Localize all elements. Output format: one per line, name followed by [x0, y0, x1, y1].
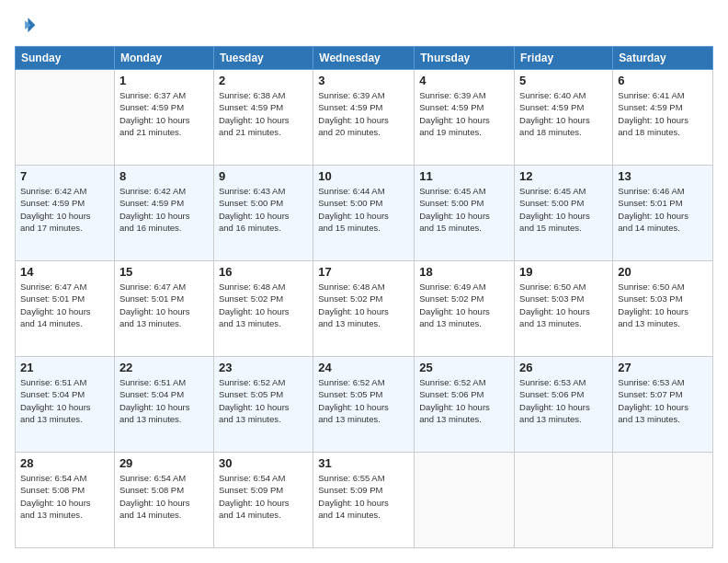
- calendar-cell: 15Sunrise: 6:47 AMSunset: 5:01 PMDayligh…: [114, 261, 213, 357]
- day-number: 19: [519, 265, 608, 279]
- day-info: Sunrise: 6:39 AMSunset: 4:59 PMDaylight:…: [318, 89, 409, 138]
- logo-icon: [15, 15, 37, 37]
- day-number: 12: [519, 169, 608, 183]
- day-number: 4: [419, 74, 509, 87]
- day-number: 24: [318, 361, 409, 374]
- calendar-cell: 27Sunrise: 6:53 AMSunset: 5:07 PMDayligh…: [613, 357, 713, 453]
- calendar-cell: 2Sunrise: 6:38 AMSunset: 4:59 PMDaylight…: [213, 70, 313, 166]
- day-info: Sunrise: 6:48 AMSunset: 5:02 PMDaylight:…: [219, 281, 308, 329]
- calendar-cell: 5Sunrise: 6:40 AMSunset: 4:59 PMDaylight…: [515, 70, 613, 166]
- day-number: 27: [618, 361, 708, 374]
- calendar-cell: 17Sunrise: 6:48 AMSunset: 5:02 PMDayligh…: [313, 261, 415, 357]
- calendar-cell: 11Sunrise: 6:45 AMSunset: 5:00 PMDayligh…: [415, 166, 515, 261]
- logo: [15, 15, 40, 37]
- day-info: Sunrise: 6:52 AMSunset: 5:05 PMDaylight:…: [318, 376, 409, 425]
- day-info: Sunrise: 6:52 AMSunset: 5:05 PMDaylight:…: [219, 376, 308, 425]
- week-row-3: 14Sunrise: 6:47 AMSunset: 5:01 PMDayligh…: [16, 261, 713, 357]
- calendar-body: 1Sunrise: 6:37 AMSunset: 4:59 PMDaylight…: [16, 70, 713, 548]
- calendar-cell: 21Sunrise: 6:51 AMSunset: 5:04 PMDayligh…: [16, 357, 115, 453]
- day-info: Sunrise: 6:54 AMSunset: 5:08 PMDaylight:…: [20, 472, 109, 521]
- calendar-cell: 30Sunrise: 6:54 AMSunset: 5:09 PMDayligh…: [213, 453, 313, 548]
- calendar-cell: 19Sunrise: 6:50 AMSunset: 5:03 PMDayligh…: [515, 261, 613, 357]
- day-number: 1: [119, 74, 209, 87]
- calendar-cell: 6Sunrise: 6:41 AMSunset: 4:59 PMDaylight…: [613, 70, 713, 166]
- day-info: Sunrise: 6:49 AMSunset: 5:02 PMDaylight:…: [419, 281, 509, 329]
- day-info: Sunrise: 6:55 AMSunset: 5:09 PMDaylight:…: [318, 472, 409, 521]
- day-info: Sunrise: 6:53 AMSunset: 5:07 PMDaylight:…: [618, 376, 708, 425]
- day-header-thursday: Thursday: [415, 47, 515, 70]
- day-info: Sunrise: 6:47 AMSunset: 5:01 PMDaylight:…: [119, 281, 209, 329]
- day-info: Sunrise: 6:42 AMSunset: 4:59 PMDaylight:…: [119, 185, 209, 234]
- day-info: Sunrise: 6:54 AMSunset: 5:09 PMDaylight:…: [219, 472, 308, 521]
- calendar-cell: [613, 453, 713, 548]
- day-info: Sunrise: 6:38 AMSunset: 4:59 PMDaylight:…: [219, 89, 308, 138]
- day-info: Sunrise: 6:47 AMSunset: 5:01 PMDaylight:…: [20, 281, 109, 329]
- day-info: Sunrise: 6:40 AMSunset: 4:59 PMDaylight:…: [519, 89, 608, 138]
- day-number: 15: [119, 265, 209, 279]
- week-row-2: 7Sunrise: 6:42 AMSunset: 4:59 PMDaylight…: [16, 166, 713, 261]
- calendar-cell: [415, 453, 515, 548]
- header: [15, 15, 713, 37]
- day-info: Sunrise: 6:39 AMSunset: 4:59 PMDaylight:…: [419, 89, 509, 138]
- day-info: Sunrise: 6:52 AMSunset: 5:06 PMDaylight:…: [419, 376, 509, 425]
- calendar-table: SundayMondayTuesdayWednesdayThursdayFrid…: [15, 46, 713, 548]
- calendar-cell: 18Sunrise: 6:49 AMSunset: 5:02 PMDayligh…: [415, 261, 515, 357]
- day-number: 16: [219, 265, 308, 279]
- day-number: 23: [219, 361, 308, 374]
- header-row: SundayMondayTuesdayWednesdayThursdayFrid…: [16, 47, 713, 70]
- day-header-tuesday: Tuesday: [213, 47, 313, 70]
- day-info: Sunrise: 6:51 AMSunset: 5:04 PMDaylight:…: [119, 376, 209, 425]
- calendar-cell: 28Sunrise: 6:54 AMSunset: 5:08 PMDayligh…: [16, 453, 115, 548]
- day-info: Sunrise: 6:51 AMSunset: 5:04 PMDaylight:…: [20, 376, 109, 425]
- calendar-cell: 1Sunrise: 6:37 AMSunset: 4:59 PMDaylight…: [114, 70, 213, 166]
- day-number: 26: [519, 361, 608, 374]
- calendar-cell: 9Sunrise: 6:43 AMSunset: 5:00 PMDaylight…: [213, 166, 313, 261]
- day-number: 17: [318, 265, 409, 279]
- day-header-wednesday: Wednesday: [313, 47, 415, 70]
- calendar-cell: 8Sunrise: 6:42 AMSunset: 4:59 PMDaylight…: [114, 166, 213, 261]
- day-info: Sunrise: 6:44 AMSunset: 5:00 PMDaylight:…: [318, 185, 409, 234]
- calendar-cell: 12Sunrise: 6:45 AMSunset: 5:00 PMDayligh…: [515, 166, 613, 261]
- week-row-4: 21Sunrise: 6:51 AMSunset: 5:04 PMDayligh…: [16, 357, 713, 453]
- page: SundayMondayTuesdayWednesdayThursdayFrid…: [0, 0, 728, 563]
- calendar-cell: 22Sunrise: 6:51 AMSunset: 5:04 PMDayligh…: [114, 357, 213, 453]
- calendar-cell: 24Sunrise: 6:52 AMSunset: 5:05 PMDayligh…: [313, 357, 415, 453]
- calendar-cell: 7Sunrise: 6:42 AMSunset: 4:59 PMDaylight…: [16, 166, 115, 261]
- day-header-saturday: Saturday: [613, 47, 713, 70]
- day-info: Sunrise: 6:48 AMSunset: 5:02 PMDaylight:…: [318, 281, 409, 329]
- calendar-cell: 3Sunrise: 6:39 AMSunset: 4:59 PMDaylight…: [313, 70, 415, 166]
- day-number: 8: [119, 169, 209, 183]
- day-header-monday: Monday: [114, 47, 213, 70]
- day-number: 5: [519, 74, 608, 87]
- calendar-cell: 13Sunrise: 6:46 AMSunset: 5:01 PMDayligh…: [613, 166, 713, 261]
- day-info: Sunrise: 6:43 AMSunset: 5:00 PMDaylight:…: [219, 185, 308, 234]
- day-info: Sunrise: 6:50 AMSunset: 5:03 PMDaylight:…: [519, 281, 608, 329]
- day-info: Sunrise: 6:53 AMSunset: 5:06 PMDaylight:…: [519, 376, 608, 425]
- day-number: 21: [20, 361, 109, 374]
- day-info: Sunrise: 6:46 AMSunset: 5:01 PMDaylight:…: [618, 185, 708, 234]
- day-number: 25: [419, 361, 509, 374]
- day-info: Sunrise: 6:42 AMSunset: 4:59 PMDaylight:…: [20, 185, 109, 234]
- calendar-cell: 23Sunrise: 6:52 AMSunset: 5:05 PMDayligh…: [213, 357, 313, 453]
- calendar-cell: 14Sunrise: 6:47 AMSunset: 5:01 PMDayligh…: [16, 261, 115, 357]
- day-info: Sunrise: 6:45 AMSunset: 5:00 PMDaylight:…: [419, 185, 509, 234]
- day-info: Sunrise: 6:45 AMSunset: 5:00 PMDaylight:…: [519, 185, 608, 234]
- calendar-cell: 20Sunrise: 6:50 AMSunset: 5:03 PMDayligh…: [613, 261, 713, 357]
- day-header-friday: Friday: [515, 47, 613, 70]
- day-info: Sunrise: 6:41 AMSunset: 4:59 PMDaylight:…: [618, 89, 708, 138]
- day-number: 13: [618, 169, 708, 183]
- day-header-sunday: Sunday: [16, 47, 115, 70]
- day-number: 9: [219, 169, 308, 183]
- day-number: 31: [318, 456, 409, 470]
- calendar-cell: 4Sunrise: 6:39 AMSunset: 4:59 PMDaylight…: [415, 70, 515, 166]
- day-number: 14: [20, 265, 109, 279]
- calendar-cell: 25Sunrise: 6:52 AMSunset: 5:06 PMDayligh…: [415, 357, 515, 453]
- day-number: 28: [20, 456, 109, 470]
- calendar-cell: 29Sunrise: 6:54 AMSunset: 5:08 PMDayligh…: [114, 453, 213, 548]
- calendar-cell: 16Sunrise: 6:48 AMSunset: 5:02 PMDayligh…: [213, 261, 313, 357]
- day-number: 30: [219, 456, 308, 470]
- day-number: 7: [20, 169, 109, 183]
- day-number: 2: [219, 74, 308, 87]
- calendar-cell: [16, 70, 115, 166]
- day-number: 29: [119, 456, 209, 470]
